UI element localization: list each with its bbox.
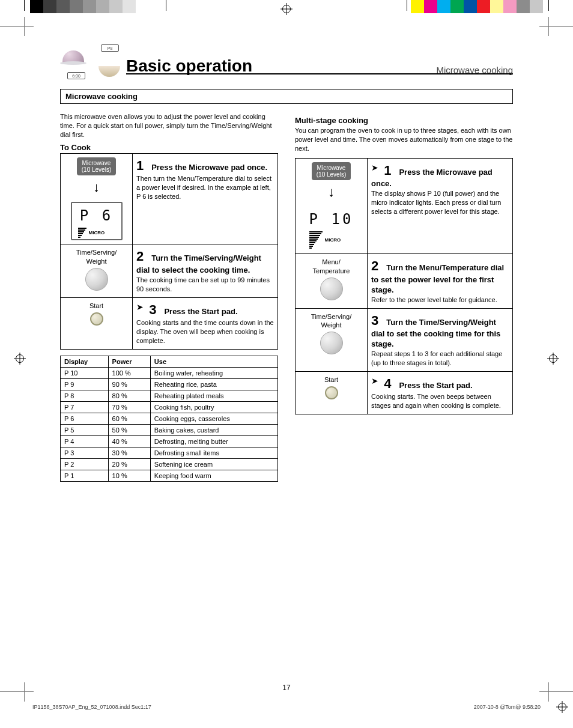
step-text-cell: 2 Turn the Menu/Temperature dial to set … — [368, 254, 513, 308]
table-cell: P 9 — [61, 379, 109, 390]
step-text-cell: ➤ 3 Press the Start pad. Cooking starts … — [133, 297, 278, 349]
microwave-pad-icon: Microwave (10 Levels) — [77, 157, 116, 175]
swatch — [517, 0, 530, 13]
swatch — [477, 0, 490, 13]
table-row: P 10100 %Boiling water, reheating — [61, 368, 278, 379]
knob-label: Menu/ Temperature — [299, 258, 363, 275]
micro-indicator-label: MICRO — [89, 230, 105, 236]
micro-indicator-label: MICRO — [325, 237, 341, 243]
step-bold: Press the Start pad. — [164, 307, 237, 316]
control-illustration-cell: Start — [61, 297, 133, 349]
table-cell: 20 % — [108, 459, 150, 470]
table-cell: Cooking fish, poultry — [150, 402, 277, 413]
table-cell: 70 % — [108, 402, 150, 413]
color-swatch-strip — [411, 0, 543, 13]
crop-tick — [548, 0, 549, 11]
arrow-down-icon: ↓ — [64, 179, 129, 196]
table-row: P 660 %Cooking eggs, casseroles — [61, 413, 278, 425]
swatch — [411, 0, 424, 13]
table-header: Power — [108, 356, 150, 368]
control-illustration-cell: Microwave (10 Levels) ↓ P 10 — [296, 158, 368, 254]
registration-mark-icon — [16, 354, 24, 363]
table-row: Time/Serving/ Weight 2 Turn the Time/Ser… — [61, 244, 278, 297]
table-header: Use — [150, 356, 277, 368]
start-pad-icon — [325, 386, 338, 399]
time-weight-knob-icon — [85, 268, 108, 291]
control-illustration-cell: Menu/ Temperature — [296, 254, 368, 308]
swatch — [56, 0, 70, 13]
swatch — [503, 0, 517, 13]
illustration-badge: 6:00 — [67, 72, 85, 79]
swatch — [70, 0, 83, 13]
swatch — [530, 0, 543, 13]
crop-corner-top-left — [0, 17, 34, 35]
grayscale-swatch-strip — [30, 0, 162, 13]
swatch — [83, 0, 96, 13]
table-cell: Cooking eggs, casseroles — [150, 413, 277, 425]
registration-mark-icon — [549, 354, 557, 363]
table-cell: Baking cakes, custard — [150, 425, 277, 436]
step-body: Refer to the power level table for guida… — [371, 296, 497, 303]
step-text-cell: 1 Press the Microwave pad once. Then tur… — [133, 153, 278, 244]
table-row: P 990 %Reheating rice, pasta — [61, 379, 278, 390]
table-row: P 220 %Softening ice cream — [61, 459, 278, 470]
swatch — [450, 0, 464, 13]
table-cell: P 3 — [61, 447, 109, 459]
table-row: Microwave (10 Levels) ↓ P 10 — [296, 158, 513, 254]
arrow-down-icon: ↓ — [299, 184, 363, 201]
table-row: P 440 %Defrosting, melting butter — [61, 436, 278, 447]
table-cell: P 5 — [61, 425, 109, 436]
table-cell: Keeping food warm — [150, 470, 277, 482]
table-cell: Boiling water, reheating — [150, 368, 277, 379]
step-body: Repeat steps 1 to 3 for each additional … — [371, 350, 502, 366]
swatch — [43, 0, 56, 13]
step-bold: Turn the Menu/Temperature dial to set th… — [371, 263, 504, 294]
table-cell: 100 % — [108, 368, 150, 379]
table-cell: P 10 — [61, 368, 109, 379]
registration-mark-icon — [558, 703, 566, 711]
table-cell: P 2 — [61, 459, 109, 470]
step-body: The display shows P 10 (full power) and … — [371, 190, 501, 215]
instruction-step-table: Microwave (10 Levels) ↓ P 10 — [295, 158, 513, 415]
table-row: Time/Serving/ Weight 3 Turn the Time/Ser… — [296, 308, 513, 371]
table-row: P 880 %Reheating plated meals — [61, 390, 278, 402]
step-number: 4 — [384, 375, 397, 393]
display-value: P 10 — [309, 210, 354, 229]
table-row: Microwave (10 Levels) ↓ P 6 MICRO — [61, 153, 278, 244]
intro-text: You can program the oven to cook in up t… — [295, 126, 513, 153]
table-cell: P 4 — [61, 436, 109, 447]
table-cell: 50 % — [108, 425, 150, 436]
swatch — [490, 0, 503, 13]
step-number: 3 — [149, 302, 162, 319]
step-bold: Press the Start pad. — [399, 381, 472, 390]
table-cell: Reheating plated meals — [150, 390, 277, 402]
crop-corner-bottom-right — [539, 684, 573, 702]
control-illustration-cell: Start — [296, 371, 368, 414]
table-cell: 90 % — [108, 379, 150, 390]
step-bold: Turn the Time/Serving/Weight dial to sel… — [136, 253, 261, 275]
step-bold: Turn the Time/Serving/Weight dial to set… — [371, 318, 500, 348]
menu-temp-knob-icon — [320, 278, 343, 300]
step-body: Then turn the Menu/Temperature dial to s… — [136, 175, 271, 200]
swatch — [30, 0, 43, 13]
control-illustration-cell: Microwave (10 Levels) ↓ P 6 MICRO — [61, 153, 133, 244]
page-subtitle: Microwave cooking — [436, 65, 513, 75]
table-cell: 60 % — [108, 413, 150, 425]
table-row: P 770 %Cooking fish, poultry — [61, 402, 278, 413]
swatch — [437, 0, 450, 13]
knob-label: Time/Serving/ Weight — [64, 248, 129, 265]
block-title: To Cook — [60, 143, 278, 152]
table-cell: P 1 — [61, 470, 109, 482]
crop-corner-top-right — [539, 17, 573, 35]
control-illustration-cell: Time/Serving/ Weight — [296, 308, 368, 371]
table-row: P 110 %Keeping food warm — [61, 470, 278, 482]
swatch — [464, 0, 477, 13]
crop-tick — [166, 0, 166, 11]
step-body: The cooking time can be set up to 99 min… — [136, 276, 270, 293]
page-number: 17 — [282, 684, 290, 692]
microwave-pad-icon: Microwave (10 Levels) — [312, 162, 351, 180]
table-header: Display — [61, 356, 109, 368]
step-number: 3 — [371, 312, 384, 330]
page-header: P8 6:00 Basic operation Microwave cookin… — [60, 44, 513, 80]
step-bold: Press the Microwave pad once. — [151, 163, 267, 172]
